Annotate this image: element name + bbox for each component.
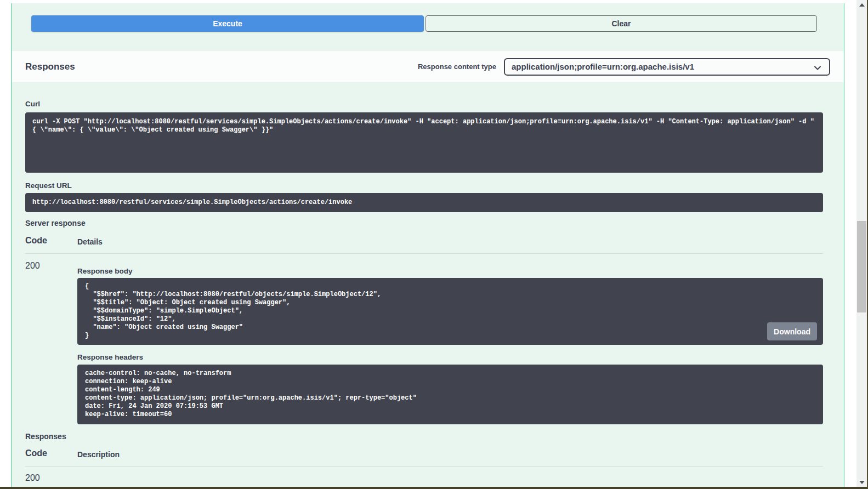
server-response-details-header: Details [77,237,103,246]
server-response-title: Server response [25,219,86,228]
response-body-block: { "$$href": "http://localhost:8080/restf… [77,278,823,345]
server-response-code-header: Code [25,236,47,246]
response-headers-label: Response headers [77,353,143,361]
chevron-down-icon [814,64,821,74]
scroll-up-button[interactable] [856,0,867,9]
curl-command-block: curl -X POST "http://localhost:8080/rest… [25,112,823,173]
responses-title: Responses [25,61,75,72]
server-response-status-code: 200 [25,261,40,271]
execute-wrapper: Execute Clear [31,15,817,32]
responses-doc-title: Responses [25,432,66,441]
response-body-label: Response body [77,267,133,275]
execute-button[interactable]: Execute [31,15,424,32]
responses-doc-status-code: 200 [25,473,40,483]
scrollbar-thumb[interactable] [857,221,866,312]
response-content-type-label: Response content type [418,62,496,71]
window-bottom-edge [0,487,868,489]
responses-section-header: Responses Response content type applicat… [12,51,844,82]
request-url-text: http://localhost:8080/restful/services/s… [32,198,816,207]
curl-label: Curl [25,100,40,108]
download-button[interactable]: Download [767,322,817,340]
operation-block: Execute Clear Responses Response content… [11,3,844,487]
scroll-up-icon [859,3,865,7]
response-content-type-value: application/json;profile=urn:org.apache.… [512,62,694,71]
request-url-label: Request URL [25,181,72,190]
curl-command-text: curl -X POST "http://localhost:8080/rest… [32,118,816,134]
responses-doc-divider [25,466,823,467]
responses-doc-code-header: Code [25,448,47,458]
clear-button[interactable]: Clear [426,15,817,32]
scroll-down-icon [859,481,865,484]
response-headers-text: cache-control: no-cache, no-transform co… [85,369,815,419]
server-response-divider [25,253,823,254]
vertical-scrollbar[interactable] [856,0,867,487]
response-body-text: { "$$href": "http://localhost:8080/restf… [85,282,815,340]
scroll-down-button[interactable] [856,477,867,487]
response-content-type-select[interactable]: application/json;profile=urn:org.apache.… [504,58,830,76]
request-url-block: http://localhost:8080/restful/services/s… [25,193,823,212]
response-headers-block: cache-control: no-cache, no-transform co… [77,365,823,424]
responses-doc-description-header: Description [77,450,120,459]
content-type-group: Response content type application/json;p… [418,58,830,76]
